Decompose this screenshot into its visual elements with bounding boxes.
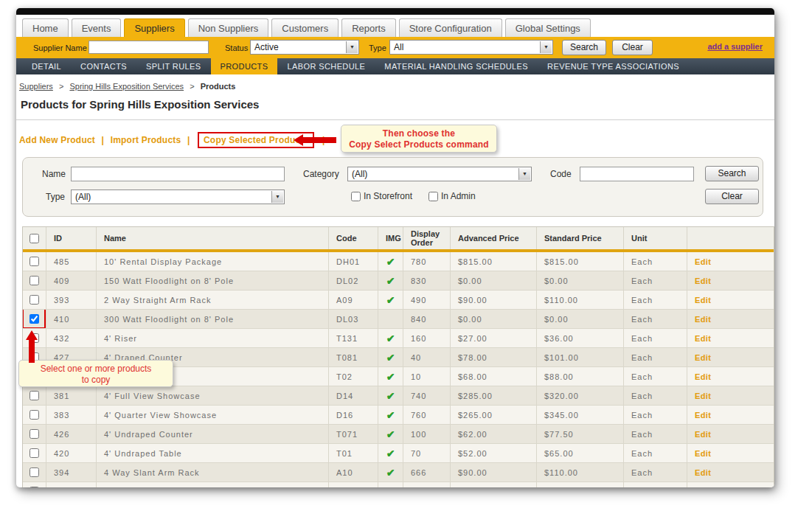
sub-nav-item[interactable]: LABOR SCHEDULE xyxy=(277,58,375,74)
img-check-icon: ✔ xyxy=(386,486,395,488)
cell-standard-price: $0.00 xyxy=(537,271,624,291)
cell-display-order: 100 xyxy=(403,425,451,444)
main-nav-tab[interactable]: Non Suppliers xyxy=(188,18,269,37)
sub-nav-item[interactable]: REVENUE TYPE ASSOCIATIONS xyxy=(538,58,689,74)
main-nav-tab[interactable]: Store Configuration xyxy=(399,18,502,37)
cell-standard-price: $77.50 xyxy=(537,425,624,444)
edit-link[interactable]: Edit xyxy=(695,334,711,343)
main-nav-tab[interactable]: Reports xyxy=(341,18,396,37)
row-checkbox[interactable] xyxy=(30,487,39,487)
cell-unit: Each xyxy=(624,252,687,271)
add-supplier-link[interactable]: add a supplier xyxy=(707,42,763,51)
edit-link[interactable]: Edit xyxy=(695,257,711,266)
tab-label: Store Configuration xyxy=(409,23,492,34)
filter-code-input[interactable] xyxy=(580,167,694,181)
row-checkbox[interactable] xyxy=(30,276,39,285)
cell-standard-price: $0.00 xyxy=(537,310,624,329)
supplier-clear-button[interactable]: Clear xyxy=(612,40,653,55)
cell-display-order xyxy=(403,482,451,487)
table-row: 420 4' Undraped Table T01 ✔ 70 $52.00 $6… xyxy=(23,444,774,463)
filter-category-select[interactable]: (All) ▼ xyxy=(347,167,532,181)
breadcrumb-supplier-name[interactable]: Spring Hills Exposition Services xyxy=(69,82,184,91)
cell-code: T01 xyxy=(329,444,378,463)
cell-advanced-price: $52.00 xyxy=(451,444,537,463)
main-nav-tabs: HomeEventsSuppliersNon SuppliersCustomer… xyxy=(16,15,774,37)
edit-link[interactable]: Edit xyxy=(695,468,711,477)
in-admin-checkbox[interactable] xyxy=(428,192,438,201)
tab-label: Reports xyxy=(352,23,386,34)
table-row: 381 4' Full View Showcase D14 ✔ 740 $285… xyxy=(23,386,774,406)
edit-link[interactable]: Edit xyxy=(695,315,711,324)
row-checkbox[interactable] xyxy=(30,429,39,439)
row-checkbox[interactable] xyxy=(30,391,39,400)
table-row: 485 10' Rental Display Package DH01 ✔ 78… xyxy=(23,252,774,271)
chevron-down-icon: ▼ xyxy=(271,191,283,203)
img-check-icon: ✔ xyxy=(386,390,395,402)
row-checkbox[interactable] xyxy=(30,257,39,266)
cell-standard-price: $101.00 xyxy=(537,348,624,367)
edit-link[interactable]: Edit xyxy=(695,353,711,362)
cell-code: DH01 xyxy=(329,252,378,271)
main-nav-tab[interactable]: Home xyxy=(22,18,69,37)
row-checkbox[interactable] xyxy=(30,295,39,305)
filter-type-select[interactable]: (All) ▼ xyxy=(71,190,285,204)
header-img: IMG xyxy=(378,227,403,249)
breadcrumb: Suppliers > Spring Hills Exposition Serv… xyxy=(19,82,774,92)
cell-code: DL03 xyxy=(329,310,378,329)
select-all-checkbox[interactable] xyxy=(30,234,39,243)
main-nav-tab[interactable]: Global Settings xyxy=(505,18,591,37)
row-checkbox-wrap xyxy=(30,410,39,420)
tab-label: Home xyxy=(32,23,58,34)
cell-code: T081 xyxy=(329,348,378,367)
type-select[interactable]: All ▼ xyxy=(389,40,553,55)
row-checkbox[interactable] xyxy=(30,410,39,420)
cell-standard-price: $815.00 xyxy=(537,252,624,271)
table-row: 393 2 Way Straight Arm Rack A09 ✔ 490 $9… xyxy=(23,291,774,310)
import-products-link[interactable]: Import Products xyxy=(111,135,181,145)
product-actions: Add New Product | Import Products | Copy… xyxy=(19,132,774,148)
cell-code: D14 xyxy=(329,386,378,406)
main-nav-tab[interactable]: Suppliers xyxy=(124,18,184,37)
row-checkbox[interactable] xyxy=(30,314,39,324)
sub-nav-item[interactable]: CONTACTS xyxy=(71,58,136,74)
edit-link[interactable]: Edit xyxy=(695,430,711,439)
cell-advanced-price: $27.00 xyxy=(451,329,537,348)
table-body: Select one or more products to copy 485 … xyxy=(23,252,774,487)
filter-clear-button[interactable]: Clear xyxy=(705,189,759,204)
edit-link[interactable]: Edit xyxy=(695,487,711,488)
add-new-product-link[interactable]: Add New Product xyxy=(19,135,95,145)
filter-category-label: Category xyxy=(303,169,339,179)
main-nav-tab[interactable]: Events xyxy=(72,18,122,37)
breadcrumb-suppliers[interactable]: Suppliers xyxy=(19,82,53,91)
edit-link[interactable]: Edit xyxy=(695,392,711,400)
tab-label: Suppliers xyxy=(134,23,174,34)
cell-name: 4' Riser xyxy=(97,329,329,348)
edit-link[interactable]: Edit xyxy=(695,277,711,285)
filter-search-button[interactable]: Search xyxy=(705,166,759,181)
sub-nav-item[interactable]: PRODUCTS xyxy=(211,58,278,74)
img-check-icon: ✔ xyxy=(386,371,395,383)
status-select[interactable]: Active ▼ xyxy=(250,40,359,55)
edit-link[interactable]: Edit xyxy=(695,296,711,305)
row-checkbox[interactable] xyxy=(30,448,39,458)
cell-id: 383 xyxy=(46,406,97,425)
sub-nav-item[interactable]: MATERIAL HANDLING SCHEDULES xyxy=(375,58,538,74)
sub-nav-label: DETAIL xyxy=(32,62,61,71)
main-nav-tab[interactable]: Customers xyxy=(271,18,339,37)
supplier-search-button[interactable]: Search xyxy=(562,40,606,55)
img-check-icon: ✔ xyxy=(386,275,395,287)
sub-nav-item[interactable]: SPLIT RULES xyxy=(136,58,211,74)
cell-standard-price: $65.00 xyxy=(537,444,624,463)
sub-nav-item[interactable]: DETAIL xyxy=(22,58,71,74)
row-checkbox[interactable] xyxy=(30,467,39,477)
cell-name: 4' Undraped Counter xyxy=(97,425,329,444)
edit-link[interactable]: Edit xyxy=(695,449,711,458)
img-check-icon: ✔ xyxy=(386,256,395,268)
cell-name: 4' Full View Showcase xyxy=(97,386,329,406)
edit-link[interactable]: Edit xyxy=(695,372,711,381)
supplier-name-input[interactable] xyxy=(89,41,209,54)
in-storefront-checkbox[interactable] xyxy=(351,192,361,201)
cell-advanced-price: $90.00 xyxy=(451,463,537,482)
edit-link[interactable]: Edit xyxy=(695,411,711,420)
filter-name-input[interactable] xyxy=(71,167,285,181)
